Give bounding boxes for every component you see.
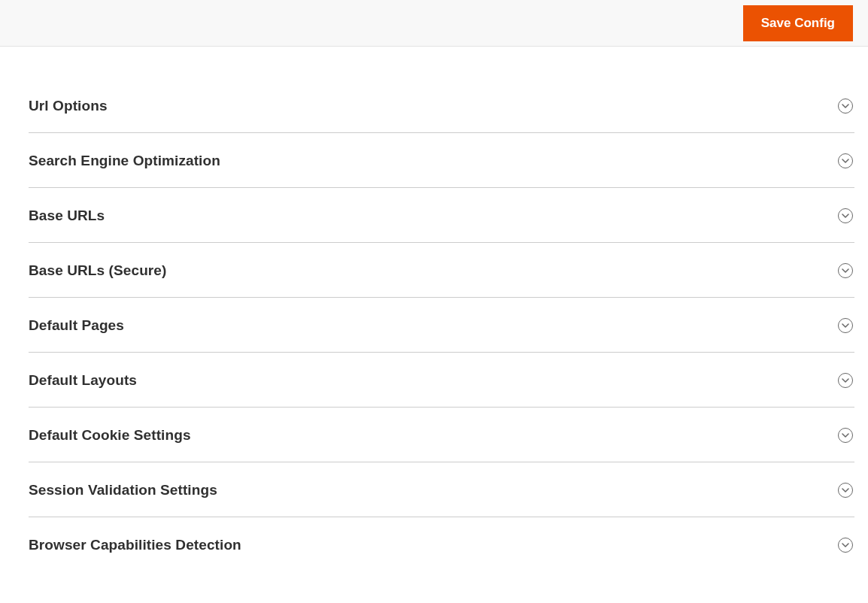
section-default-cookie-settings[interactable]: Default Cookie Settings [29, 408, 854, 462]
section-base-urls-secure[interactable]: Base URLs (Secure) [29, 243, 854, 298]
chevron-down-icon [838, 318, 853, 333]
section-title: Base URLs (Secure) [29, 262, 166, 279]
section-title: Default Layouts [29, 372, 137, 389]
top-bar: Save Config [0, 0, 868, 47]
chevron-down-icon [838, 153, 853, 168]
section-session-validation-settings[interactable]: Session Validation Settings [29, 462, 854, 517]
section-title: Search Engine Optimization [29, 153, 220, 169]
section-title: Default Cookie Settings [29, 427, 191, 444]
section-base-urls[interactable]: Base URLs [29, 188, 854, 243]
config-sections: Url Options Search Engine Optimization B… [0, 47, 868, 571]
save-config-button[interactable]: Save Config [743, 5, 853, 41]
section-title: Browser Capabilities Detection [29, 537, 241, 553]
section-browser-capabilities-detection[interactable]: Browser Capabilities Detection [29, 517, 854, 571]
chevron-down-icon [838, 263, 853, 278]
section-title: Default Pages [29, 317, 124, 334]
section-search-engine-optimization[interactable]: Search Engine Optimization [29, 133, 854, 188]
section-default-pages[interactable]: Default Pages [29, 298, 854, 353]
chevron-down-icon [838, 428, 853, 443]
chevron-down-icon [838, 483, 853, 498]
section-title: Base URLs [29, 208, 105, 224]
section-title: Url Options [29, 98, 108, 114]
chevron-down-icon [838, 208, 853, 223]
chevron-down-icon [838, 98, 853, 114]
chevron-down-icon [838, 538, 853, 553]
chevron-down-icon [838, 373, 853, 388]
section-default-layouts[interactable]: Default Layouts [29, 353, 854, 408]
section-title: Session Validation Settings [29, 482, 217, 498]
section-url-options[interactable]: Url Options [29, 69, 854, 133]
